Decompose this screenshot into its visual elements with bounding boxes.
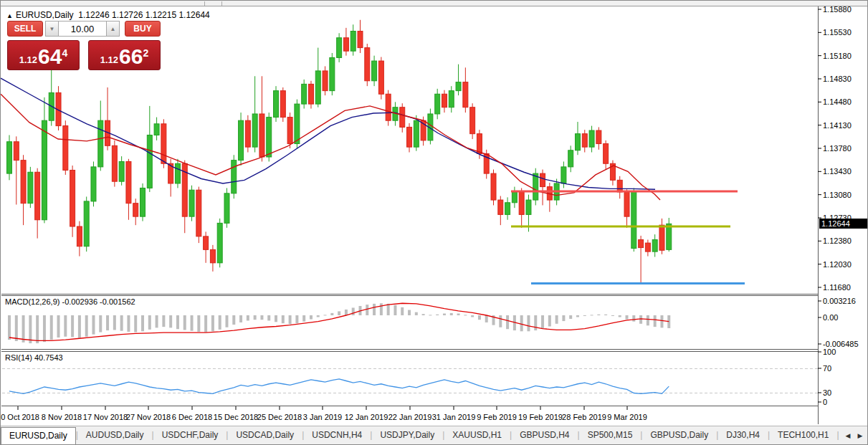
macd-axis-label: 0.003216 bbox=[823, 297, 856, 305]
macd-histogram-bar bbox=[591, 315, 593, 315]
macd-histogram-bar bbox=[225, 315, 228, 327]
buy-price-main: 66 bbox=[119, 47, 143, 67]
macd-histogram-bar bbox=[43, 315, 46, 342]
macd-histogram-bar bbox=[162, 315, 165, 327]
buy-price-box[interactable]: 1.12662 bbox=[88, 40, 161, 70]
candle-body bbox=[126, 161, 131, 203]
candle-body bbox=[561, 167, 566, 183]
rsi-line bbox=[9, 379, 669, 393]
macd-histogram-bar bbox=[366, 305, 368, 315]
candle-body bbox=[667, 224, 672, 249]
candle-body bbox=[498, 200, 503, 214]
price-axis-label: 1.12030 bbox=[823, 260, 852, 269]
macd-histogram-bar bbox=[29, 315, 32, 343]
rsi-axis-label: 100 bbox=[823, 348, 836, 356]
macd-histogram-bar bbox=[120, 315, 123, 331]
macd-histogram-bar bbox=[380, 303, 383, 315]
macd-histogram-bar bbox=[436, 315, 439, 315]
candle-body bbox=[365, 48, 370, 81]
macd-histogram-bar bbox=[464, 315, 467, 315]
macd-histogram-bar bbox=[211, 315, 214, 331]
macd-histogram-bar bbox=[148, 315, 151, 330]
candle-body bbox=[91, 167, 96, 201]
macd-histogram-bar bbox=[99, 315, 102, 332]
macd-histogram-bar bbox=[387, 304, 390, 315]
macd-histogram-bar bbox=[534, 315, 537, 330]
buy-button[interactable]: BUY bbox=[125, 21, 161, 37]
price-axis-label: 1.14830 bbox=[823, 75, 852, 83]
candle-body bbox=[372, 61, 377, 81]
macd-histogram-bar bbox=[191, 315, 194, 331]
candle-body bbox=[449, 91, 454, 107]
macd-histogram-bar bbox=[555, 315, 558, 324]
sell-button[interactable]: SELL bbox=[7, 21, 43, 37]
chart-tab-usdchf-daily[interactable]: USDCHF,Daily bbox=[154, 426, 226, 445]
candle-body bbox=[386, 94, 391, 120]
macd-histogram-bar bbox=[626, 315, 629, 320]
volume-increase-button[interactable]: ▲ bbox=[106, 21, 120, 37]
macd-histogram-bar bbox=[527, 315, 530, 331]
candle-body bbox=[343, 38, 348, 51]
macd-histogram-bar bbox=[597, 315, 600, 315]
chart-tab-usdjpy-daily[interactable]: USDJPY,Daily bbox=[372, 426, 442, 445]
chart-tab-xauusd-h1[interactable]: XAUUSD,H1 bbox=[444, 426, 510, 445]
chart-symbol-label: EURUSD,Daily bbox=[16, 10, 74, 20]
candle-body bbox=[84, 201, 89, 247]
price-axis-label: 1.14130 bbox=[823, 121, 852, 130]
macd-histogram-bar bbox=[324, 315, 327, 315]
macd-histogram-bar bbox=[15, 315, 18, 341]
candle-body bbox=[295, 104, 300, 143]
candle-body bbox=[400, 107, 405, 128]
chart-tab-ukc[interactable]: UKC bbox=[839, 426, 841, 445]
chart-tab-gbpusd-daily[interactable]: GBPUSD,Daily bbox=[642, 426, 716, 445]
candle-body bbox=[35, 172, 40, 220]
date-axis-label: 17 Nov 2018 bbox=[83, 413, 128, 421]
macd-histogram-bar bbox=[22, 315, 25, 343]
sell-price-prefix: 1.12 bbox=[19, 54, 37, 67]
date-axis-label: 22 Jan 2019 bbox=[388, 413, 432, 421]
candle-body bbox=[442, 94, 447, 107]
candle-body bbox=[245, 120, 250, 147]
sell-price-box[interactable]: 1.12644 bbox=[7, 40, 80, 70]
date-axis-label: 9 Mar 2019 bbox=[607, 413, 647, 421]
candle-body bbox=[435, 94, 440, 114]
macd-histogram-bar bbox=[78, 315, 81, 338]
candle-body bbox=[378, 61, 383, 94]
candle-body bbox=[659, 225, 664, 250]
chart-tab-eurusd-daily[interactable]: EURUSD,Daily bbox=[1, 427, 76, 445]
rsi-axis-label: 30 bbox=[823, 388, 831, 397]
candle-body bbox=[133, 204, 138, 216]
macd-histogram-bar bbox=[569, 315, 572, 319]
chart-tab-usdcad-daily[interactable]: USDCAD,Daily bbox=[228, 426, 302, 445]
macd-histogram-bar bbox=[506, 315, 509, 329]
chart-tab-gbpusd-h4[interactable]: GBPUSD,H4 bbox=[512, 426, 577, 445]
macd-histogram-bar bbox=[471, 315, 474, 317]
date-axis-label: 30 Oct 2018 bbox=[1, 413, 39, 421]
macd-histogram-bar bbox=[282, 315, 285, 323]
macd-histogram-bar bbox=[106, 315, 109, 330]
macd-histogram-bar bbox=[345, 310, 348, 315]
macd-histogram-bar bbox=[373, 304, 376, 315]
chart-tab-tech100-h1[interactable]: TECH100,H1 bbox=[770, 426, 836, 445]
candle-body bbox=[70, 170, 75, 226]
tabs-scroll-right-button[interactable]: ▶ bbox=[855, 431, 865, 441]
macd-histogram-bar bbox=[450, 313, 453, 315]
candle-body bbox=[42, 120, 47, 220]
tabs-scroll-left-button[interactable]: ◀ bbox=[843, 431, 853, 441]
volume-decrease-button[interactable]: ▼ bbox=[45, 21, 59, 37]
price-axis-label: 1.14480 bbox=[823, 97, 852, 106]
candle-body bbox=[470, 107, 475, 134]
macd-histogram-bar bbox=[415, 312, 418, 315]
volume-input[interactable]: 10.00 bbox=[59, 21, 106, 37]
chart-tab-audusd-daily[interactable]: AUDUSD,Daily bbox=[78, 426, 152, 445]
chart-tab-dj30-h4[interactable]: DJ30,H4 bbox=[718, 426, 768, 445]
rsi-axis-label: 0 bbox=[823, 398, 827, 406]
chart-tab-usdcnh-h4[interactable]: USDCNH,H4 bbox=[304, 426, 370, 445]
rsi-indicator-label: RSI(14) 40.7543 bbox=[5, 353, 63, 362]
chart-tab-sp500-m15[interactable]: SP500,M15 bbox=[580, 426, 641, 445]
candle-body bbox=[315, 71, 320, 104]
candle-body bbox=[323, 71, 328, 91]
macd-histogram-bar bbox=[330, 313, 333, 315]
candle-body bbox=[175, 163, 180, 183]
price-axis-label: 1.13780 bbox=[823, 144, 852, 153]
